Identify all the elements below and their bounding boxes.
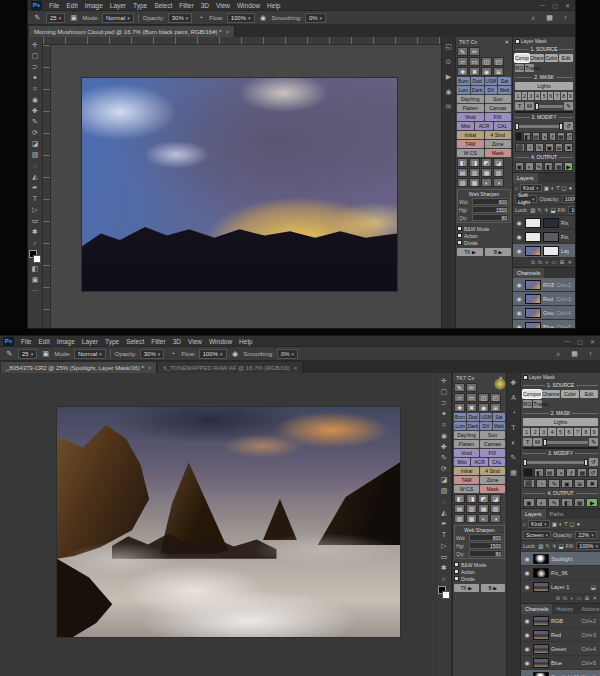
search-icon[interactable]: ⌕: [515, 185, 518, 192]
channel-row[interactable]: ◉ Green Ctrl+4: [513, 306, 575, 320]
cx-action-button[interactable]: Flatten: [457, 104, 484, 112]
cx-grid-button[interactable]: ◨: [469, 158, 480, 167]
cx-grid-button[interactable]: ◧: [457, 158, 468, 167]
visibility-eye-icon[interactable]: ◉: [515, 219, 523, 226]
modify-black-button[interactable]: [515, 132, 522, 141]
t-button[interactable]: T: [515, 102, 524, 110]
cx-footer-button[interactable]: B ▶: [485, 248, 511, 256]
flow-field[interactable]: 100%▾: [199, 349, 227, 359]
cx-icon-button[interactable]: ◉: [481, 67, 492, 76]
filter-icon[interactable]: ▢: [570, 521, 575, 527]
cx-icon-button[interactable]: ✚: [454, 403, 465, 412]
options-right-icon[interactable]: ⌕: [528, 13, 539, 23]
cx-action-button[interactable]: 4 Stnd: [485, 131, 512, 139]
modify-icon-button[interactable]: ✖: [586, 479, 598, 488]
paint-mask-icon[interactable]: ✎: [564, 102, 573, 110]
modify-icon-button[interactable]: ↺: [588, 468, 598, 477]
cx-icon-button[interactable]: ✖: [466, 403, 477, 412]
tool-icon[interactable]: ✱: [438, 562, 451, 573]
output-icon-button[interactable]: ✎: [535, 162, 544, 171]
cx-action-button[interactable]: Day/Img: [457, 95, 484, 103]
modify-black-button[interactable]: [523, 468, 533, 477]
cx-grid-button[interactable]: ◩: [481, 158, 492, 167]
mask-slider[interactable]: [543, 441, 588, 444]
layer-thumbnail[interactable]: [525, 232, 541, 242]
menu-item[interactable]: View: [185, 338, 205, 345]
output-icon-button[interactable]: ◐: [525, 162, 534, 171]
modify-slider[interactable]: [515, 125, 563, 128]
layer-name[interactable]: Fix_3: [561, 234, 569, 240]
checkbox[interactable]: [454, 562, 459, 567]
channel-name[interactable]: RGB: [551, 618, 579, 624]
cx-action-button[interactable]: Mist: [454, 458, 470, 466]
collapsed-panel-icon[interactable]: ✉: [443, 101, 455, 112]
mask-slider[interactable]: [535, 105, 563, 108]
brush-tool-icon[interactable]: ✎: [32, 13, 43, 23]
options-right-icon[interactable]: ⌕: [553, 349, 564, 359]
checkbox[interactable]: [454, 576, 459, 581]
document-tab[interactable]: 6_TONEMAPPED RAW AF @ 16.7% (RGB/16) ×: [158, 362, 303, 373]
zone-button[interactable]: 1: [515, 92, 521, 100]
modify-icon-button[interactable]: ✎: [548, 479, 560, 488]
cx-action-button[interactable]: Lum: [454, 422, 466, 430]
modify-icon-button[interactable]: ▣: [545, 143, 554, 152]
checkbox[interactable]: [454, 569, 459, 574]
menu-item[interactable]: Type: [130, 2, 150, 9]
cx-action-button[interactable]: Canvas: [485, 104, 512, 112]
cx-icon-button[interactable]: ✏: [469, 47, 480, 56]
cx-action-button[interactable]: Dod: [471, 77, 484, 85]
layers-footer-icon[interactable]: ⧉: [556, 595, 560, 602]
visibility-eye-icon[interactable]: ◉: [523, 569, 531, 576]
paint-mask-icon[interactable]: ✎: [589, 438, 598, 446]
modify-icon-button[interactable]: ⊞: [555, 143, 564, 152]
cx-icon-button[interactable]: ✖: [469, 67, 480, 76]
lock-position-icon[interactable]: ✛: [552, 543, 557, 549]
tool-icon[interactable]: ◌: [29, 160, 42, 171]
filter-kind-select[interactable]: Kind▾: [520, 184, 542, 192]
tool-icon[interactable]: ◉: [438, 430, 451, 441]
output-icon-button[interactable]: ▦: [574, 498, 586, 507]
layer-row[interactable]: ◉ Fix_3: [513, 230, 575, 244]
zone-button[interactable]: 5: [541, 92, 547, 100]
visibility-eye-icon[interactable]: ◉: [515, 309, 523, 316]
canvas[interactable]: [0, 373, 437, 676]
zone-button[interactable]: 8: [582, 428, 589, 436]
tool-icon[interactable]: ▢: [29, 50, 42, 61]
menu-item[interactable]: Layer: [79, 338, 101, 345]
modify-icon-button[interactable]: ⊞: [574, 479, 586, 488]
cx-action-button[interactable]: Mask: [485, 149, 512, 157]
cx-icon-button[interactable]: ✏: [466, 383, 477, 392]
tool-icon[interactable]: ◪: [438, 474, 451, 485]
cx-action-button[interactable]: ACR: [475, 122, 492, 130]
visibility-eye-icon[interactable]: ◉: [523, 645, 531, 652]
tab-close-icon[interactable]: ×: [148, 365, 152, 371]
tool-icon[interactable]: ✛: [438, 375, 451, 386]
cx-action-button[interactable]: Sat: [498, 77, 511, 85]
tab-close-icon[interactable]: ×: [294, 365, 298, 371]
channel-name[interactable]: Green: [551, 646, 579, 652]
lock-pixels-icon[interactable]: ✎: [537, 207, 542, 213]
lock-all-icon[interactable]: ⬓: [559, 543, 564, 549]
cx-action-button[interactable]: W CS: [454, 485, 479, 493]
cx-icon-button[interactable]: ◉: [478, 403, 489, 412]
cx-action-button[interactable]: TAW: [454, 476, 479, 484]
pressure-opacity-icon[interactable]: ◔: [167, 349, 178, 359]
fill-field[interactable]: 100%▾: [568, 206, 575, 214]
zone-button[interactable]: 5: [557, 428, 564, 436]
tool-icon[interactable]: ◪: [29, 138, 42, 149]
visibility-eye-icon[interactable]: ◉: [523, 555, 531, 562]
channel-name[interactable]: Blue: [543, 324, 554, 329]
cx-icon-button[interactable]: ▱: [454, 393, 465, 402]
cx-grid-button[interactable]: ▨: [454, 514, 465, 523]
cx-action-button[interactable]: Web: [493, 422, 505, 430]
output-go-button[interactable]: ▶: [564, 162, 573, 171]
modify-icon-button[interactable]: ƒ: [566, 468, 576, 477]
menu-item[interactable]: Edit: [63, 2, 80, 9]
brush-panel-toggle-icon[interactable]: ▣: [68, 13, 79, 23]
zone-button[interactable]: 9: [591, 428, 598, 436]
modify-icon-button[interactable]: ◔: [536, 479, 548, 488]
airbrush-icon[interactable]: ◉: [258, 13, 269, 23]
cx-grid-button[interactable]: ◐: [478, 514, 489, 523]
collapsed-panel-icon[interactable]: ◐: [508, 437, 520, 448]
tool-icon[interactable]: ◉: [29, 94, 42, 105]
